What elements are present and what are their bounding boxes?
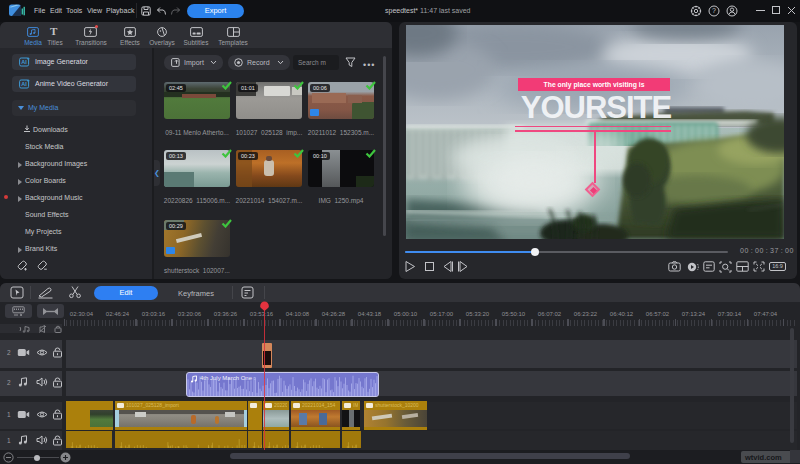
svg-text:AI: AI (21, 59, 27, 65)
svg-text:AI: AI (21, 81, 27, 87)
svg-text:?: ? (712, 7, 716, 14)
